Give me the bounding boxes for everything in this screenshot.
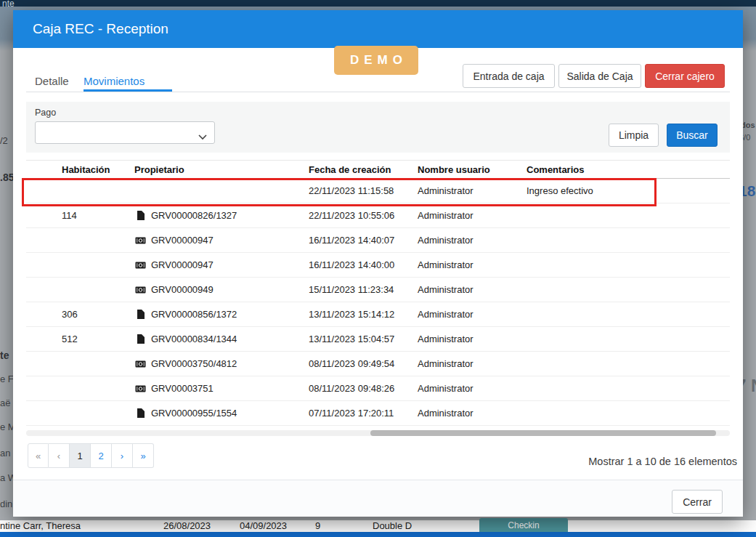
bg-row-cell: Double D (373, 520, 412, 531)
document-icon (134, 211, 146, 220)
cell-nombre-usuario: Administrator (418, 185, 527, 196)
propietario-text: GRV00000856/1372 (151, 309, 237, 320)
pagination-button[interactable]: 2 (91, 443, 112, 468)
table-row[interactable]: GRV0000094915/11/2023 11:23:34Administra… (26, 278, 730, 302)
table-row[interactable]: GRV0000094716/11/2023 14:40:00Administra… (26, 253, 730, 278)
cell-propietario: GRV00000949 (134, 284, 309, 295)
cell-nombre-usuario: Administrator (418, 309, 527, 320)
cell-comentarios: Ingreso efectivo (527, 185, 730, 196)
propietario-text: GRV00000834/1344 (151, 334, 237, 344)
table-row[interactable]: GRV0000094716/11/2023 14:40:07Administra… (26, 228, 730, 253)
pagination-button[interactable]: ‹ (49, 443, 70, 468)
filter-panel: Pago Limpia Buscar (26, 102, 730, 153)
pagination-button[interactable]: « (28, 443, 49, 468)
demo-badge: DEMO (334, 46, 418, 75)
column-header: Habitación (62, 164, 134, 175)
cell-propietario: GRV00000947 (134, 259, 309, 270)
cell-nombre-usuario: Administrator (418, 408, 527, 419)
bg-text-fragment: .85 (0, 171, 14, 183)
cash-icon (134, 385, 146, 392)
entrada-de-caja-button[interactable]: Entrada de caja (463, 64, 555, 88)
checkin-button[interactable]: Checkin (479, 518, 568, 532)
bg-text-fragment: e F (0, 374, 14, 384)
column-header: Propietario (134, 164, 309, 175)
table-row[interactable]: 114GRV00000826/132722/11/2023 10:55:06Ad… (26, 203, 730, 228)
tab-movimientos[interactable]: Movimientos (84, 75, 145, 87)
column-header: Nombre usuario (418, 164, 527, 175)
bg-text-fragment: aë (0, 397, 10, 408)
cell-nombre-usuario: Administrator (418, 259, 527, 270)
table-row[interactable]: 306GRV00000856/137213/11/2023 15:14:12Ad… (26, 302, 730, 327)
cell-propietario: GRV00003751 (134, 383, 309, 394)
cash-icon (134, 262, 146, 269)
cell-fecha-creacion: 13/11/2023 15:14:12 (309, 309, 418, 320)
propietario-text: GRV00003751 (151, 383, 214, 394)
cash-icon (134, 237, 146, 244)
cell-habitacion: 306 (62, 309, 134, 320)
bg-text-fragment: nte (2, 0, 15, 9)
cell-fecha-creacion: 22/11/2023 10:55:06 (309, 210, 418, 221)
cell-fecha-creacion: 22/11/2023 11:15:58 (309, 185, 418, 196)
salida-de-caja-button[interactable]: Salida de Caja (558, 64, 641, 88)
limpia-button[interactable]: Limpia (609, 124, 659, 147)
cell-fecha-creacion: 07/11/2023 17:20:11 (309, 408, 418, 419)
cell-propietario: GRV00000856/1372 (134, 309, 309, 320)
bg-bottom-table-row: ntine Carr, Theresa26/08/202304/09/20239… (0, 520, 756, 533)
horizontal-scrollbar (26, 430, 730, 436)
table-header-row: HabitaciónPropietarioFecha de creaciónNo… (26, 160, 730, 179)
tab-detalle[interactable]: Detalle (35, 75, 69, 87)
cell-fecha-creacion: 08/11/2023 09:48:26 (309, 383, 418, 394)
cell-propietario: GRV00003750/4812 (134, 358, 309, 369)
cell-nombre-usuario: Administrator (418, 334, 527, 344)
cell-fecha-creacion: 16/11/2023 14:40:07 (309, 235, 418, 246)
pagination-button[interactable]: › (112, 443, 133, 468)
cell-nombre-usuario: Administrator (418, 383, 527, 394)
column-header: Fecha de creación (309, 164, 418, 175)
pago-select[interactable] (35, 121, 215, 144)
table-row[interactable]: 22/11/2023 11:15:58AdministratorIngreso … (26, 179, 730, 203)
cell-fecha-creacion: 15/11/2023 11:23:34 (309, 284, 418, 295)
modal-header: Caja REC - Reception (13, 10, 743, 48)
bg-row-cell: 9 (315, 520, 320, 531)
cell-propietario: GRV00000955/1554 (134, 408, 309, 419)
pagination-button[interactable]: 1 (70, 443, 91, 468)
cell-propietario: GRV00000834/1344 (134, 334, 309, 344)
table-row[interactable]: GRV00003750/481208/11/2023 09:49:54Admin… (26, 352, 730, 376)
table-row[interactable]: 512GRV00000834/134413/11/2023 15:04:57Ad… (26, 327, 730, 352)
document-icon (134, 408, 146, 418)
cell-fecha-creacion: 13/11/2023 15:04:57 (309, 334, 418, 344)
pagination-info: Mostrar 1 a 10 de 16 elementos (588, 456, 737, 467)
document-icon (134, 310, 146, 319)
app-top-bar: nte (0, 0, 756, 7)
bg-row-cell: 04/09/2023 (240, 520, 287, 531)
cell-nombre-usuario: Administrator (418, 284, 527, 295)
bg-text-fragment: /2 (0, 135, 8, 146)
cell-habitacion: 512 (62, 334, 134, 344)
document-icon (134, 334, 146, 344)
cell-nombre-usuario: Administrator (418, 210, 527, 221)
modal-title: Caja REC - Reception (33, 10, 168, 48)
cell-habitacion: 114 (62, 210, 134, 221)
chevron-down-icon (198, 130, 207, 143)
table-body: 22/11/2023 11:15:58AdministratorIngreso … (26, 179, 730, 426)
cell-nombre-usuario: Administrator (418, 358, 527, 369)
caja-modal: Caja REC - Reception DEMO Detalle Movimi… (13, 10, 743, 517)
table-row[interactable]: GRV0000375108/11/2023 09:48:26Administra… (26, 376, 730, 401)
propietario-text: GRV00000955/1554 (151, 408, 237, 419)
scrollbar-thumb[interactable] (370, 430, 716, 436)
propietario-text: GRV00000947 (151, 235, 214, 246)
buscar-button[interactable]: Buscar (667, 124, 718, 147)
cash-icon (134, 360, 146, 368)
cell-fecha-creacion: 08/11/2023 09:49:54 (309, 358, 418, 369)
table-row[interactable]: GRV00000955/155407/11/2023 17:20:11Admin… (26, 401, 730, 426)
cerrar-button[interactable]: Cerrar (672, 490, 723, 514)
pagination-button[interactable]: » (133, 443, 154, 468)
cash-icon (134, 286, 146, 294)
movimientos-table: HabitaciónPropietarioFecha de creaciónNo… (26, 160, 730, 426)
pagination: «‹12›» (28, 443, 154, 468)
app-bottom-bar (0, 532, 756, 537)
cerrar-cajero-button[interactable]: Cerrar cajero (645, 64, 725, 88)
cell-fecha-creacion: 16/11/2023 14:40:00 (309, 259, 418, 270)
screen: nte /2.85tee Faëe Mana Wdinados6/0187 N … (0, 0, 756, 537)
bg-text-fragment: an (0, 448, 10, 459)
